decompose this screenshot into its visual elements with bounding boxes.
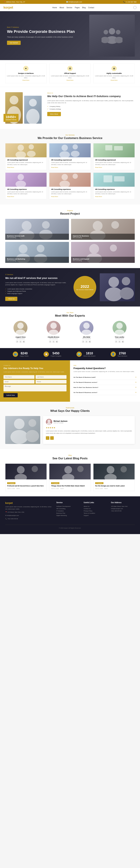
social-tw-1[interactable]: t <box>52 340 55 343</box>
service-link-0[interactable]: Read More <box>7 166 45 168</box>
feature-card-1: ⚙ Official Support Lorem ipsum dolor sit… <box>49 64 91 83</box>
search-icon[interactable] <box>133 6 137 9</box>
services-section: Our Services We Provide for Our Customer… <box>0 129 140 205</box>
svg-point-52 <box>115 330 124 335</box>
footer-useful-1[interactable]: Contact Us <box>84 507 108 510</box>
nav-blog[interactable]: Blog <box>82 7 86 8</box>
social-fb-3[interactable]: f <box>115 340 117 343</box>
blog-meta-1: June 21, 2022 Admin <box>51 488 89 489</box>
blog-card-2: IT Solutions Par the Design you need to … <box>93 464 135 491</box>
faq-toggle-2[interactable]: + <box>135 386 137 389</box>
social-tw-2[interactable]: t <box>85 340 88 343</box>
blog-body-2: IT Solutions Par the Design you need to … <box>93 479 135 491</box>
about-badge-num: 18450+ <box>6 115 17 119</box>
svg-point-22 <box>62 174 68 180</box>
about-more-button[interactable]: More About <box>47 112 61 116</box>
stat-icon-1: 📋 <box>44 351 49 357</box>
contact-phone-input[interactable] <box>35 380 66 383</box>
about-badge: 18450+ Satisfied Clients <box>3 114 19 122</box>
svg-point-54 <box>10 430 28 444</box>
footer-useful-2[interactable]: Privacy Policy <box>84 510 108 512</box>
blog-post-title-2: Par the Design you need to Seek Latest <box>95 485 133 487</box>
service-desc-0: Lorem ipsum dolor sit amet, consectetur … <box>7 161 45 165</box>
blog-card-1: IT Solutions Things About the Prohibit M… <box>49 464 91 491</box>
social-li-3[interactable]: in <box>122 340 124 343</box>
team-name-3: Tony Landry <box>104 336 135 338</box>
footer-service-2[interactable]: IT Solutions <box>56 510 80 512</box>
team-socials-2: f t in <box>71 340 102 343</box>
blog-author-1: Admin <box>60 488 64 489</box>
feature-link-2[interactable]: Read More <box>95 80 133 81</box>
team-card-1: Claudia Bronce HR Executive f t in <box>38 321 69 343</box>
nav-about[interactable]: About <box>59 7 64 8</box>
faq-question-1: On The Board Of Business service? <box>74 382 97 383</box>
footer-service-3[interactable]: Business Plan <box>56 512 80 514</box>
contact-submit-button[interactable]: Submit Now <box>3 393 18 397</box>
it-content: IT Services We run all kind IT services … <box>5 274 70 301</box>
blog-author-2: Admin <box>104 488 108 489</box>
it-list-item-1: Support via E-Mail and Phone <box>5 290 70 292</box>
service-link-5[interactable]: Read More <box>95 196 133 197</box>
social-fb-1[interactable]: f <box>49 340 52 343</box>
footer-copyright: © 2022 korpet. All Rights Reserved. <box>5 525 135 529</box>
footer-service-4[interactable]: Digital Marketing <box>56 514 80 517</box>
contact-description: Lorem ipsum dolor sit amet, consectetur … <box>3 371 66 373</box>
svg-point-47 <box>50 322 57 329</box>
footer-logo[interactable]: korpet <box>5 502 53 504</box>
social-li-2[interactable]: in <box>88 340 91 343</box>
it-about-button[interactable]: About Us <box>5 297 17 301</box>
project-title-1: Improve for Business <box>73 235 133 237</box>
hero-cta-button[interactable]: Get Started <box>7 41 21 45</box>
team-avatar-0 <box>13 321 27 335</box>
testimonial-prev-button[interactable]: ‹ <box>46 436 49 440</box>
svg-point-11 <box>16 151 26 157</box>
feature-link-1[interactable]: Read More <box>51 80 89 81</box>
faq-toggle-0[interactable]: + <box>135 376 137 378</box>
nav-service[interactable]: Service <box>66 7 72 8</box>
faq-title: Frequently Asked Questions? <box>74 367 137 370</box>
faq-item-2[interactable]: How To Start Your Business Service? + <box>74 385 137 390</box>
it-image <box>100 273 135 301</box>
social-li-1[interactable]: in <box>56 340 58 343</box>
faq-item-1[interactable]: On The Board Of Business service? + <box>74 380 137 385</box>
social-fb-2[interactable]: f <box>82 340 84 343</box>
hero-image <box>89 15 135 57</box>
footer-useful-3[interactable]: Terms & Condition <box>84 512 108 514</box>
footer-service-0[interactable]: Software Development <box>56 505 80 507</box>
testimonial-next-button[interactable]: › <box>50 436 54 440</box>
service-link-3[interactable]: Read More <box>7 196 45 197</box>
social-tw-3[interactable]: t <box>118 340 121 343</box>
footer-useful-0[interactable]: About Us <box>84 505 108 507</box>
faq-toggle-1[interactable]: + <box>135 381 137 383</box>
social-li-0[interactable]: in <box>23 340 25 343</box>
service-link-2[interactable]: Read More <box>95 166 133 168</box>
svg-point-61 <box>32 466 38 472</box>
topbar-address: 📍 Address here, Your City, ST <box>3 1 25 3</box>
svg-point-48 <box>49 330 58 335</box>
faq-toggle-3[interactable]: + <box>135 391 137 394</box>
svg-point-40 <box>110 245 117 251</box>
faq-item-3[interactable]: On The Board Of Business service? + <box>74 390 137 395</box>
project-card-0: Business Service Audit HR Consulting <box>5 219 69 240</box>
feature-link-0[interactable]: Read More <box>7 80 45 81</box>
contact-email-input[interactable] <box>3 380 34 383</box>
footer-useful-4[interactable]: Support <box>84 514 108 517</box>
svg-point-8 <box>29 99 37 106</box>
contact-firstname-input[interactable] <box>3 375 34 379</box>
service-card-1: HR Consulting experienced Lorem ipsum do… <box>49 143 91 170</box>
social-fb-0[interactable]: f <box>16 340 18 343</box>
nav-contact[interactable]: Contact <box>88 7 94 8</box>
nav-pages[interactable]: Pages <box>75 7 80 8</box>
svg-point-4 <box>116 30 120 34</box>
svg-point-17 <box>71 151 80 157</box>
hero-description: There are many variations of passages of… <box>7 36 75 38</box>
social-tw-0[interactable]: t <box>19 340 22 343</box>
service-link-4[interactable]: Read More <box>51 196 89 197</box>
faq-item-0[interactable]: On The Basis Of Business Audit? + <box>74 375 137 380</box>
nav-home[interactable]: Home <box>52 7 57 8</box>
contact-message-input[interactable] <box>3 384 66 392</box>
footer-service-1[interactable]: HR Consulting <box>56 507 80 510</box>
contact-lastname-input[interactable] <box>35 375 66 379</box>
service-link-1[interactable]: Read More <box>51 166 89 168</box>
site-logo[interactable]: korpet <box>3 6 13 9</box>
